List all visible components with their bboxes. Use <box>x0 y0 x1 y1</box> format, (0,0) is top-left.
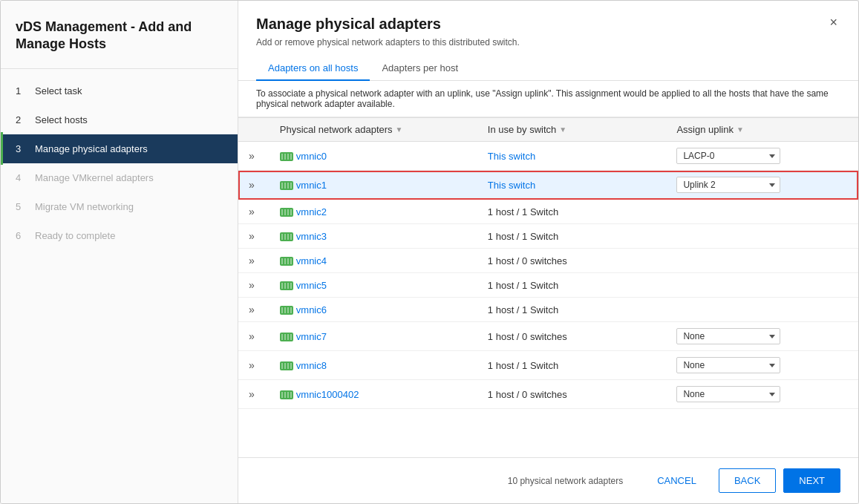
expand-button[interactable]: » <box>246 150 258 162</box>
nic-icon <box>280 281 293 290</box>
inuse-cell: 1 host / 1 Switch <box>480 224 670 249</box>
step-label-1: Select task <box>35 85 82 96</box>
table-row[interactable]: »vmnic81 host / 1 SwitchNone <box>238 351 858 380</box>
next-button[interactable]: NEXT <box>783 468 840 493</box>
uplink-cell <box>669 200 858 224</box>
table-wrapper[interactable]: Physical network adapters ▼ In use by sw… <box>238 117 858 457</box>
inuse-cell: 1 host / 1 Switch <box>480 351 670 380</box>
inuse-link[interactable]: This switch <box>488 180 535 191</box>
expand-button[interactable]: » <box>246 179 258 191</box>
nic-link[interactable]: vmnic0 <box>296 151 327 162</box>
inuse-cell: 1 host / 0 switches <box>480 249 670 273</box>
table-row[interactable]: »vmnic10004021 host / 0 switchesNone <box>238 380 858 409</box>
inuse-link[interactable]: This switch <box>488 151 535 162</box>
step-label-3: Manage physical adapters <box>35 143 148 154</box>
active-step-indicator <box>1 132 3 165</box>
col-inuse-header[interactable]: In use by switch ▼ <box>480 118 670 142</box>
close-button[interactable]: × <box>826 16 840 29</box>
nic-link[interactable]: vmnic4 <box>296 255 327 266</box>
nic-cell: vmnic4 <box>272 249 480 273</box>
sidebar-step-4: 4Manage VMkernel adapters <box>1 163 238 192</box>
nic-icon <box>280 257 293 266</box>
expand-button[interactable]: » <box>246 359 258 371</box>
step-label-6: Ready to complete <box>35 230 115 241</box>
main-header: Manage physical adapters × Add or remove… <box>238 1 858 81</box>
step-number-6: 6 <box>16 230 27 241</box>
nic-link[interactable]: vmnic1 <box>296 180 327 191</box>
expand-button[interactable]: » <box>246 206 258 217</box>
back-button[interactable]: BACK <box>719 468 776 493</box>
nic-link[interactable]: vmnic8 <box>296 360 327 371</box>
row-expand: » <box>238 298 272 322</box>
nic-cell: vmnic1000402 <box>272 380 480 409</box>
tab-0[interactable]: Adapters on all hosts <box>256 56 370 81</box>
footer: 10 physical network adapters CANCEL BACK… <box>238 457 858 503</box>
row-expand: » <box>238 273 272 298</box>
uplink-cell <box>669 224 858 249</box>
table-row[interactable]: »vmnic31 host / 1 Switch <box>238 224 858 249</box>
nic-link[interactable]: vmnic2 <box>296 206 327 217</box>
nic-cell: vmnic6 <box>272 298 480 322</box>
nic-icon <box>280 390 293 399</box>
nic-cell: vmnic3 <box>272 224 480 249</box>
inuse-cell: This switch <box>480 142 670 171</box>
nic-cell: vmnic2 <box>272 200 480 224</box>
cancel-button[interactable]: CANCEL <box>642 469 711 492</box>
uplink-cell: None <box>669 380 858 409</box>
table-row[interactable]: »vmnic21 host / 1 Switch <box>238 200 858 224</box>
uplink-select[interactable]: LACP-0 <box>676 148 780 164</box>
row-expand: » <box>238 200 272 224</box>
table-row[interactable]: »vmnic61 host / 1 Switch <box>238 298 858 322</box>
expand-button[interactable]: » <box>246 230 258 242</box>
table-row[interactable]: »vmnic1This switchUplink 2 <box>238 171 858 200</box>
sidebar-step-3[interactable]: 3Manage physical adapters <box>1 134 238 163</box>
tabs: Adapters on all hostsAdapters per host <box>256 56 840 80</box>
nic-filter-icon[interactable]: ▼ <box>396 125 403 134</box>
nic-link[interactable]: vmnic7 <box>296 331 327 342</box>
nic-cell: vmnic1 <box>272 171 480 200</box>
inuse-filter-icon[interactable]: ▼ <box>559 125 566 134</box>
inuse-cell: This switch <box>480 171 670 200</box>
sidebar-step-1[interactable]: 1Select task <box>1 76 238 105</box>
uplink-cell <box>669 298 858 322</box>
nic-link[interactable]: vmnic3 <box>296 231 327 242</box>
table-row[interactable]: »vmnic41 host / 0 switches <box>238 249 858 273</box>
nic-cell: vmnic5 <box>272 273 480 298</box>
col-uplink-header[interactable]: Assign uplink ▼ <box>669 118 858 142</box>
nic-icon <box>280 361 293 370</box>
table-row[interactable]: »vmnic51 host / 1 Switch <box>238 273 858 298</box>
expand-button[interactable]: » <box>246 255 258 266</box>
main-content: Manage physical adapters × Add or remove… <box>238 1 858 503</box>
expand-button[interactable]: » <box>246 304 258 315</box>
tab-1[interactable]: Adapters per host <box>370 56 470 81</box>
nic-link[interactable]: vmnic6 <box>296 304 327 315</box>
row-expand: » <box>238 171 272 200</box>
step-number-3: 3 <box>16 143 27 154</box>
uplink-cell <box>669 273 858 298</box>
step-number-2: 2 <box>16 114 27 125</box>
step-label-5: Migrate VM networking <box>35 201 134 212</box>
adapters-table: Physical network adapters ▼ In use by sw… <box>238 117 858 409</box>
nic-link[interactable]: vmnic1000402 <box>296 389 359 400</box>
uplink-select[interactable]: Uplink 2 <box>676 177 780 193</box>
row-expand: » <box>238 351 272 380</box>
nic-link[interactable]: vmnic5 <box>296 280 327 291</box>
nic-icon <box>280 181 293 190</box>
step-number-4: 4 <box>16 172 27 183</box>
table-row[interactable]: »vmnic0This switchLACP-0 <box>238 142 858 171</box>
inuse-cell: 1 host / 1 Switch <box>480 273 670 298</box>
uplink-select[interactable]: None <box>676 328 780 344</box>
sidebar-step-2[interactable]: 2Select hosts <box>1 105 238 134</box>
uplink-select[interactable]: None <box>676 357 780 373</box>
expand-button[interactable]: » <box>246 388 258 400</box>
uplink-filter-icon[interactable]: ▼ <box>736 125 744 134</box>
uplink-select[interactable]: None <box>676 386 780 402</box>
nic-cell: vmnic0 <box>272 142 480 171</box>
expand-button[interactable]: » <box>246 330 258 342</box>
col-nic-header[interactable]: Physical network adapters ▼ <box>272 118 480 142</box>
inuse-cell: 1 host / 1 Switch <box>480 298 670 322</box>
expand-button[interactable]: » <box>246 279 258 291</box>
inuse-cell: 1 host / 0 switches <box>480 322 670 351</box>
table-row[interactable]: »vmnic71 host / 0 switchesNone <box>238 322 858 351</box>
step-number-5: 5 <box>16 201 27 212</box>
